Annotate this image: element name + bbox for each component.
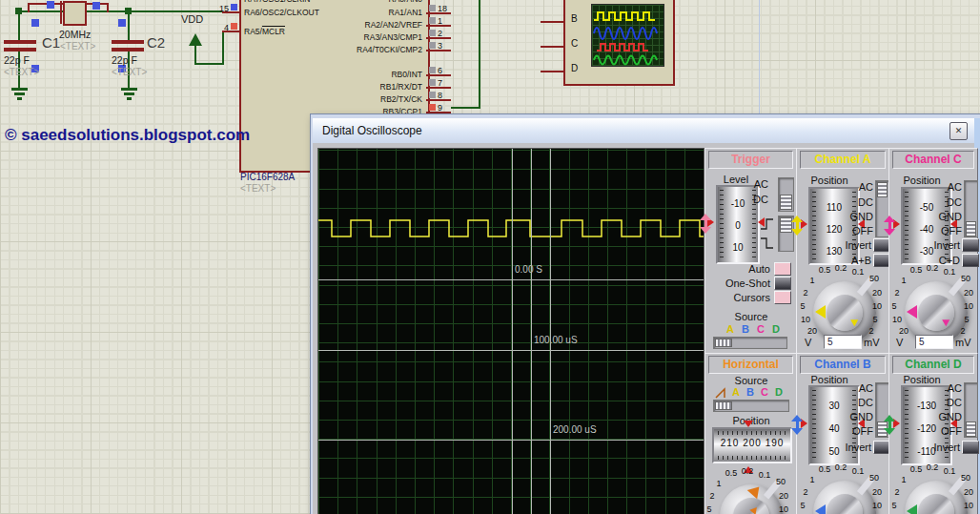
horizontal-section: Horizontal Source A B C D Position	[704, 353, 797, 514]
off-label: OFF	[835, 425, 873, 437]
knob-scale-value: 1	[809, 475, 814, 484]
horizontal-source-slider[interactable]	[713, 400, 789, 412]
edge-rising-icon	[761, 219, 773, 229]
copyright-text: © saeedsolutions.blogspot.com	[5, 126, 250, 145]
logic-state-square	[429, 17, 436, 24]
trigger-source-slider[interactable]	[713, 337, 787, 349]
knob-scale-value: 0.5	[819, 464, 831, 474]
oscilloscope-part-screen	[591, 4, 664, 67]
wire	[128, 10, 130, 40]
capacitor-c1[interactable]	[4, 40, 36, 44]
cursor-vertical-line[interactable]	[512, 149, 513, 514]
gnd-label: GND	[924, 211, 962, 222]
trigger-coupling-slider[interactable]	[778, 177, 794, 212]
channel-d-coupling-slider[interactable]	[964, 382, 978, 438]
source-b-label: B	[746, 386, 754, 398]
channel-c-coupling-slider[interactable]	[964, 180, 978, 237]
capacitor-c1[interactable]	[4, 48, 36, 51]
logic-state-square	[429, 67, 436, 73]
crystal-lead	[107, 3, 109, 12]
logic-state-square	[47, 1, 54, 9]
wire	[18, 10, 222, 12]
close-icon[interactable]: ✕	[949, 122, 968, 140]
auto-button[interactable]	[774, 262, 791, 276]
scope-pin-stub	[541, 21, 564, 23]
knob-scale-value: 5	[800, 501, 805, 510]
knob-scale-value: 0.5	[910, 265, 923, 275]
logic-state-square	[31, 19, 39, 27]
cursor-vertical-line[interactable]	[531, 149, 532, 514]
slider-handle[interactable]	[780, 195, 792, 210]
cursor-vertical-line[interactable]	[550, 149, 551, 514]
channel-c-gain-value[interactable]: 5	[915, 335, 953, 349]
channel-c-sum-button[interactable]	[962, 254, 979, 267]
capacitor-c2[interactable]	[112, 48, 144, 51]
knob-scale-value: 1	[901, 475, 906, 484]
chip-pin-label: RA2/AN2/VREF	[270, 20, 422, 30]
chip-pin-number: 3	[438, 41, 442, 51]
knob-scale-value: 5	[891, 501, 896, 510]
cursor-time-readout: 0.00 S	[515, 264, 542, 275]
vdd-power-arrow[interactable]	[189, 27, 202, 46]
millivolts-unit-label: mV	[864, 337, 880, 348]
chip-pin-number: 15	[204, 4, 229, 13]
window-titlebar[interactable]: Digital Oscilloscope ✕	[313, 118, 974, 144]
chip-pin-number: 4	[204, 23, 229, 32]
cursor-time-readout: 100.00 uS	[534, 335, 578, 345]
trigger-ac-label: AC	[730, 178, 768, 190]
ground-symbol	[17, 97, 22, 100]
horizontal-position-dial[interactable]: 210 200 190	[712, 427, 792, 463]
h-position-value: 200	[743, 438, 762, 448]
knob-scale-value: 5	[891, 301, 896, 311]
channel-a-gain-value[interactable]: 5	[824, 335, 862, 349]
oscilloscope-part[interactable]: A B C D	[563, 0, 675, 86]
knob-scale-value: 0.1	[852, 466, 865, 476]
cursors-label: Cursors	[709, 292, 770, 303]
cursors-button[interactable]	[774, 291, 791, 304]
logic-state-square	[429, 30, 436, 36]
crystal-body[interactable]	[63, 1, 87, 26]
trigger-level-value: 10	[718, 242, 758, 253]
capacitor-c2[interactable]	[112, 40, 144, 44]
logic-state-square	[429, 79, 436, 86]
ground-symbol	[14, 93, 25, 95]
knob-scale-value: 1	[716, 479, 721, 488]
one-shot-label: One-Shot	[709, 278, 770, 289]
gnd-label: GND	[835, 411, 873, 422]
chip-ref-label: PIC16F628A	[240, 172, 295, 182]
slider-handle[interactable]	[877, 182, 888, 197]
knob-scale-value: 0.2	[835, 263, 847, 273]
one-shot-button[interactable]	[774, 277, 791, 290]
oscilloscope-display[interactable]: 0.00 S100.00 uS200.00 uS	[317, 148, 704, 514]
chip-pin-label: RA0/AN0	[270, 0, 422, 4]
knob-scale-value: 2	[894, 487, 899, 497]
ground-symbol	[124, 93, 134, 95]
channel-d-invert-button[interactable]	[962, 441, 979, 454]
c1-text-placeholder: <TEXT>	[4, 67, 39, 77]
logic-state-square	[92, 2, 100, 10]
channel-c-invert-button[interactable]	[962, 238, 979, 252]
ramp-icon	[715, 387, 728, 399]
wire-junction	[125, 8, 132, 14]
cursor-horizontal-line[interactable]	[318, 440, 704, 441]
cursor-horizontal-line[interactable]	[318, 279, 704, 280]
cursor-horizontal-line[interactable]	[318, 350, 704, 351]
scope-input-c-label: C	[571, 38, 578, 49]
slider-handle[interactable]	[715, 401, 732, 410]
slider-handle[interactable]	[966, 221, 976, 236]
logic-state-square	[429, 5, 436, 11]
slider-handle[interactable]	[715, 339, 732, 347]
chip-pin-number: 6	[438, 66, 442, 75]
slider-handle[interactable]	[966, 421, 976, 437]
invert-label: Invert	[901, 239, 960, 251]
knob-scale-value: 2	[960, 326, 965, 336]
knob-scale-value: 20	[964, 288, 973, 298]
updown-arrow-icon	[884, 210, 895, 241]
knob-scale-value: 2	[868, 326, 873, 336]
crystal-plate	[60, 1, 62, 24]
knob-scale-value: 10	[779, 504, 788, 514]
crystal-text-placeholder: <TEXT>	[60, 41, 95, 51]
ground-symbol	[121, 88, 137, 91]
wire	[451, 107, 480, 109]
knob-scale-value: 10	[872, 501, 882, 510]
